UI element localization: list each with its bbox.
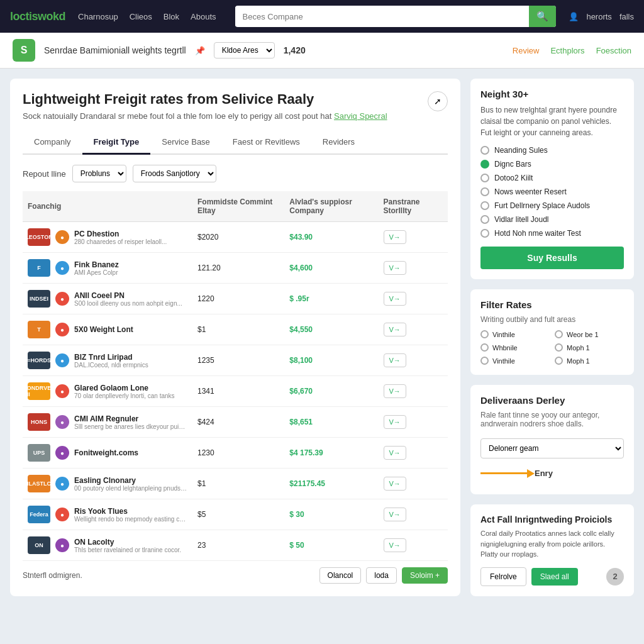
radio-option[interactable]: Hotd Noh nme waiter Test [480, 229, 624, 238]
company-icon: ● [55, 292, 69, 306]
share-button[interactable]: ➚ [428, 91, 448, 111]
view-button[interactable]: V→ [384, 261, 406, 275]
view-button[interactable]: V→ [384, 353, 406, 367]
search-bar: 🔍 [235, 6, 557, 27]
sub-right-links: Review Ecthplors Foesction [513, 46, 631, 55]
tab-service-base[interactable]: Service Base [150, 131, 221, 155]
col3-cell: $4,550 [284, 314, 378, 345]
filter-froods[interactable]: Froods Sanjotlory [133, 165, 216, 182]
nav-blok[interactable]: Blok [164, 12, 179, 21]
view-button[interactable]: V→ [384, 292, 406, 306]
view-button[interactable]: V→ [384, 415, 406, 429]
sidebar: Neight 30+ Bus to new trelghtal grant hy… [470, 79, 634, 596]
company-desc: Wellight rendo bo mepmody easting com... [74, 516, 187, 523]
radio-option[interactable]: Dignc Bars [480, 160, 624, 169]
table-row: HONS ● CMI AIM Regnuler Slll senerg be a… [23, 407, 448, 438]
promo2-title: Act Fall Inrigntweding Proiciols [480, 514, 624, 525]
nav-charnosup[interactable]: Charnosup [78, 12, 118, 21]
company-desc: 280 chaaredes of reisper lelaoll... [74, 238, 167, 245]
annotation-label: Enry [535, 469, 553, 478]
company-logo: Federa [28, 506, 50, 523]
tab-bar: Companly Freigit Type Service Base Faest… [23, 131, 448, 155]
col-foanchig: Foanchig [23, 191, 192, 222]
col2-cell: $424 [192, 407, 284, 438]
company-icon: ● [55, 415, 69, 429]
company-desc: AMI Apes Colpr [74, 269, 119, 276]
soloim-button[interactable]: Soloim + [402, 567, 448, 584]
col2-cell: $2020 [192, 222, 284, 253]
company-info: BlZ Tnrd Liripad DAL.lCoecd, nldi ermpni… [74, 353, 148, 369]
view-button[interactable]: V→ [384, 230, 406, 244]
radio-label: Dignc Bars [494, 160, 531, 169]
felrolve-button[interactable]: Felrolve [480, 567, 526, 586]
review-link[interactable]: Review [513, 46, 540, 55]
nav-links: Charnosup Clieos Blok Abouts [78, 12, 216, 21]
radio-option[interactable]: Neanding Sules [480, 146, 624, 155]
view-button[interactable]: V→ [384, 323, 406, 336]
delivery-text: Rale fant tinne se yooy our antegor, and… [480, 411, 624, 428]
radio-option[interactable]: Vidlar litell Joudl [480, 215, 624, 224]
filter-check[interactable]: Vinthile [480, 357, 550, 365]
radio-option[interactable]: Furt Dellrnery Splace Audols [480, 201, 624, 210]
radio-option[interactable]: Dotoo2 Kiilt [480, 174, 624, 182]
company-name: Ris Yook Tlues [74, 507, 187, 516]
delivery-card: Deliveraans Derley Rale fant tinne se yo… [470, 385, 634, 494]
buy-button[interactable]: Suy Resulls [480, 247, 624, 269]
view-button[interactable]: V→ [384, 446, 406, 460]
ecthplors-link[interactable]: Ecthplors [550, 46, 584, 55]
company-cell: T ● 5X0 Weight Lont [28, 321, 187, 338]
subtitle-link[interactable]: Sarviq Specral [334, 111, 387, 121]
tab-faest-revitlews[interactable]: Faest or Revitlews [221, 131, 311, 155]
nav-abouts[interactable]: Abouts [191, 12, 216, 21]
company-name: CMI AIM Regnuler [74, 414, 187, 423]
check-circle [480, 357, 489, 365]
area-dropdown[interactable]: Kldoe Ares [214, 42, 275, 58]
table-row: ≡HORDS ● BlZ Tnrd Liripad DAL.lCoecd, nl… [23, 345, 448, 376]
nav-falls[interactable]: falls [619, 12, 634, 21]
company-logo: INDSEI [28, 290, 50, 308]
check-label: Vinthile [492, 331, 515, 338]
company-logo: ONDRVE II [28, 382, 50, 400]
view-button[interactable]: V→ [384, 384, 406, 398]
view-button[interactable]: V→ [384, 538, 406, 552]
radio-option[interactable]: Nows weenter Resert [480, 187, 624, 196]
filter-check[interactable]: Vinthile [480, 330, 550, 338]
company-cell: ILASTLC ● Easling Clnonary 00 poutory ol… [28, 475, 187, 492]
table-row: ILASTLC ● Easling Clnonary 00 poutory ol… [23, 469, 448, 499]
filter-check[interactable]: Moph 1 [555, 343, 624, 352]
company-desc: S00 looil dleeny ous nom aohpit eign... [74, 300, 182, 307]
check-circle [480, 330, 489, 338]
foesction-link[interactable]: Foesction [596, 46, 631, 55]
annotation-area: Enry [480, 469, 624, 484]
company-icon: ● [55, 446, 69, 460]
loda-button[interactable]: loda [366, 567, 397, 584]
search-button[interactable]: 🔍 [529, 6, 556, 27]
company-desc: 00 poutory olend lelghtanpleing pnuds. c… [74, 485, 187, 492]
tab-companly[interactable]: Companly [23, 131, 82, 155]
filter-check[interactable]: Whbnile [480, 343, 550, 352]
filter-problems[interactable]: Probluns [72, 165, 126, 182]
check-circle [555, 343, 563, 352]
filter-row: Repout lline Probluns Froods Sanjotlory [23, 165, 448, 182]
tab-reviders[interactable]: Reviders [311, 131, 366, 155]
company-desc: Thls beter ravelained or tlranine cocor. [74, 547, 181, 553]
col2-cell: $1 [192, 469, 284, 499]
promo-card: Neight 30+ Bus to new trelghtal grant hy… [470, 79, 634, 279]
slaed-all-button[interactable]: Slaed all [531, 568, 578, 586]
delivery-dropdown[interactable]: Delonerr geam [480, 438, 624, 458]
cancel-button[interactable]: Olancol [319, 567, 362, 584]
search-input[interactable] [235, 7, 530, 26]
company-name: Easling Clnonary [74, 476, 187, 485]
filter-check[interactable]: Moph 1 [555, 357, 624, 365]
nav-herorts[interactable]: herorts [586, 12, 611, 21]
tab-freigit-type[interactable]: Freigit Type [82, 131, 151, 155]
view-button[interactable]: V→ [384, 508, 406, 521]
nav-clieos[interactable]: Clieos [130, 12, 152, 21]
company-icon: ● [55, 261, 69, 275]
filter-rates-subtitle: Writing outbily and fult areas [480, 315, 624, 324]
company-info: ON Lacolty Thls beter ravelained or tlra… [74, 538, 181, 553]
filter-check[interactable]: Weor be 1 [555, 330, 624, 338]
radio-circle [480, 174, 489, 182]
view-button[interactable]: V→ [384, 477, 406, 491]
company-name: ON Lacolty [74, 538, 181, 547]
